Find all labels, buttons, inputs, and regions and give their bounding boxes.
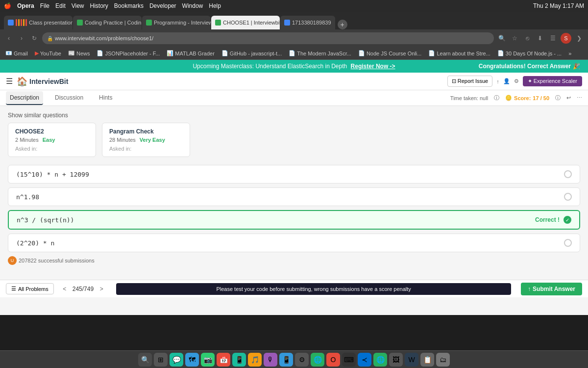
dock-word[interactable]: W (405, 353, 418, 367)
similar-card-2-asked-in: Asked in: (109, 146, 183, 152)
option-row-4[interactable]: (2^20) * n (8, 234, 580, 252)
tab-discussion[interactable]: Discussion (51, 91, 87, 105)
profile-avatar[interactable]: S (561, 33, 571, 44)
new-tab-button[interactable]: + (338, 20, 347, 29)
bookmark-youtube[interactable]: ▶ YouTube (33, 50, 63, 57)
register-link[interactable]: Register Now -> (351, 63, 395, 70)
search-icon[interactable]: 🔍 (497, 33, 507, 43)
tab-5[interactable]: 1713380189839 (280, 16, 335, 29)
upvote-button[interactable]: ↑ (496, 79, 499, 84)
dock-calendar[interactable]: 📅 (217, 353, 230, 367)
menu-icon[interactable]: ☰ (548, 33, 558, 43)
tab-indicator-1 (16, 19, 27, 26)
option-text-1: (15^10) * n + 12099 (16, 171, 564, 178)
tab-4[interactable]: CHOOSE1 | Interviewbit (211, 16, 280, 29)
bookmark-label-modernjs: The Modern JavaScr... (297, 51, 351, 56)
tab-1[interactable]: Class presentation on in... (4, 16, 73, 29)
experience-scaler-button[interactable]: ✦ Experience Scaler (523, 76, 582, 86)
tab-hints[interactable]: Hints (95, 91, 116, 105)
bookmark-label-stream: Learn about the Stre... (437, 51, 490, 56)
bookmark-news[interactable]: 📰 News (67, 50, 92, 57)
menu-history[interactable]: History (90, 2, 108, 9)
tab-description[interactable]: Description (6, 91, 43, 105)
option-radio-3: ✓ (564, 216, 571, 224)
similar-card-2-difficulty: Very Easy (140, 137, 165, 143)
submit-answer-button[interactable]: ↑ Submit Answer (521, 283, 582, 295)
bookmark-stream[interactable]: 📄 Learn about the Stre... (427, 50, 491, 57)
user-button[interactable]: 👤 (503, 78, 510, 84)
menu-file[interactable]: File (40, 2, 49, 9)
bookmark-gmail[interactable]: 📧 Gmail (4, 50, 29, 57)
ib-banner: Upcoming Masterclass: Understand Elastic… (0, 60, 588, 73)
dock-maps[interactable]: 🗺 (185, 353, 199, 367)
bookmark-json[interactable]: 📄 JSONPlaceholder - F... (95, 50, 161, 57)
banner-text: Upcoming Masterclass: Understand Elastic… (193, 63, 347, 70)
tab-favicon-4 (215, 20, 221, 26)
bookmark-star-icon[interactable]: ☆ (510, 33, 519, 43)
option-row-1[interactable]: (15^10) * n + 12099 (8, 165, 580, 184)
problem-tabs: Description Discussion Hints Time taken:… (0, 90, 588, 106)
back-button[interactable]: ‹ (4, 33, 14, 43)
more-bookmarks[interactable]: » (567, 50, 573, 57)
menu-opera[interactable]: Opera (17, 2, 34, 9)
next-page-button[interactable]: > (97, 284, 106, 294)
dock-launchpad[interactable]: ⊞ (154, 353, 168, 367)
option-row-3[interactable]: n^3 / (sqrt(n)) Correct ! ✓ (8, 210, 580, 230)
info-icon[interactable]: ⓘ (494, 94, 499, 102)
tab-label-4: CHOOSE1 | Interviewbit (223, 20, 280, 26)
share-icon[interactable]: ⎋ (522, 33, 532, 43)
tab-2[interactable]: Coding Practice | Codin... (73, 16, 142, 29)
dock-chrome-green[interactable]: 🌐 (311, 353, 324, 367)
prev-page-button[interactable]: < (60, 284, 70, 294)
undo-icon[interactable]: ↩ (566, 95, 571, 101)
dock-preview[interactable]: 🖼 (389, 353, 403, 367)
url-bar[interactable]: 🔒 www.interviewbit.com/problems/choose1/ (42, 32, 494, 44)
dock-finder[interactable]: 🔍 (138, 353, 152, 367)
settings-button[interactable]: ⚙ (514, 78, 519, 84)
dock-opera[interactable]: O (326, 353, 340, 367)
menu-window[interactable]: Window (182, 2, 203, 9)
dock-vscode[interactable]: ≺ (358, 353, 371, 367)
tab-3[interactable]: Programming - Interview... (142, 16, 211, 29)
all-problems-button[interactable]: ☰ All Problems (6, 283, 54, 294)
similar-card-1-difficulty: Easy (43, 137, 55, 143)
dock-misc2[interactable]: 🗂 (436, 353, 450, 367)
dock-facetime[interactable]: 📱 (232, 353, 246, 367)
apple-icon[interactable]: 🍎 (4, 2, 11, 9)
similar-card-2-time: 28 Minutes (109, 137, 136, 143)
similar-card-2[interactable]: Pangram Check 28 Minutes Very Easy Asked… (102, 123, 190, 157)
dock-photos[interactable]: 📷 (201, 353, 215, 367)
bookmark-github[interactable]: 📄 GitHub - javascript-t... (220, 50, 283, 57)
option-row-2[interactable]: n^1.98 (8, 187, 580, 206)
dock-messages[interactable]: 💬 (170, 353, 183, 367)
dock-misc1[interactable]: 📋 (420, 353, 434, 367)
menu-bookmarks[interactable]: Bookmarks (114, 2, 144, 9)
more-icon[interactable]: ⋯ (577, 95, 582, 101)
sidebar-toggle[interactable]: ❯ (574, 33, 584, 43)
dock-appstore[interactable]: 📱 (279, 353, 293, 367)
news-icon: 📰 (68, 50, 75, 56)
menu-view[interactable]: View (72, 2, 84, 9)
dock-chrome[interactable]: 🌐 (373, 353, 387, 367)
dock-notes[interactable]: 🎵 (248, 353, 262, 367)
dock-podcasts[interactable]: 🎙 (264, 353, 277, 367)
correct-popup-text: Congratulations! Correct Answer (479, 63, 571, 70)
menu-edit[interactable]: Edit (55, 2, 66, 9)
bookmark-nodejs[interactable]: 📄 Node JS Course Onli... (357, 50, 423, 57)
score-info-icon[interactable]: ⓘ (555, 94, 561, 102)
warning-message: Please test your code before submitting,… (116, 283, 511, 295)
hamburger-icon[interactable]: ☰ (6, 77, 13, 86)
bookmark-30days[interactable]: 📄 30 Days Of Node.js - ... (496, 50, 563, 57)
bookmark-matlab[interactable]: 📊 MATLAB Grader (165, 50, 216, 57)
menu-developer[interactable]: Developer (149, 2, 176, 9)
bookmark-modernjs[interactable]: 📄 The Modern JavaScr... (287, 50, 353, 57)
similar-card-1[interactable]: CHOOSE2 2 Minutes Easy Asked in: (8, 123, 96, 157)
menu-help[interactable]: Help (209, 2, 221, 9)
download-icon[interactable]: ⬇ (535, 33, 545, 43)
refresh-button[interactable]: ↻ (29, 33, 39, 43)
dock-terminal[interactable]: ⌨ (342, 353, 356, 367)
forward-button[interactable]: › (17, 33, 26, 43)
bookmark-label-matlab: MATLAB Grader (175, 51, 215, 56)
report-issue-button[interactable]: ⊡ Report Issue (447, 76, 492, 87)
dock-settings[interactable]: ⚙ (295, 353, 309, 367)
